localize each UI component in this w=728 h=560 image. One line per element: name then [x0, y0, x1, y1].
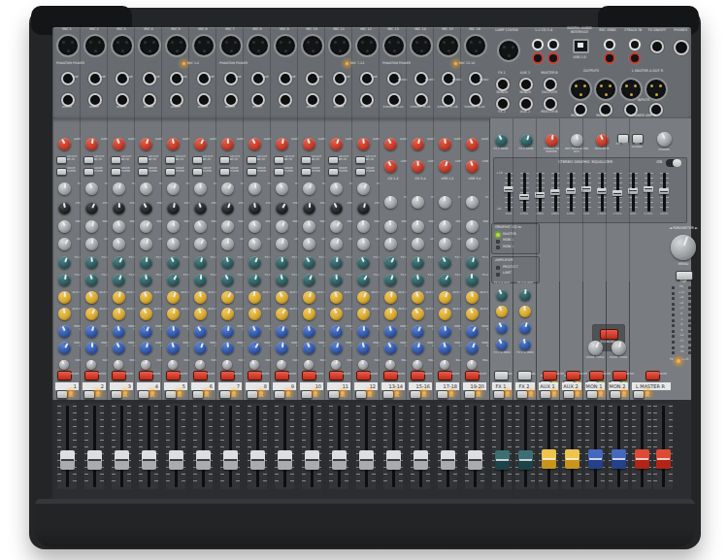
pan-knob[interactable]	[222, 360, 232, 370]
mute-button[interactable]	[438, 371, 452, 380]
fader-handle[interactable]	[60, 450, 75, 470]
pan-knob[interactable]	[304, 360, 314, 370]
lo-knob[interactable]	[58, 238, 71, 250]
master-fader-handle[interactable]	[542, 449, 556, 469]
mid-knob[interactable]	[439, 220, 451, 233]
mon-2-knob[interactable]	[113, 342, 125, 354]
master-fader-handle[interactable]	[656, 449, 671, 469]
lo-knob[interactable]	[167, 238, 180, 250]
hi-knob[interactable]	[412, 196, 424, 209]
aux-1-knob[interactable]	[439, 291, 451, 304]
channel-button-lo-cut-80-hz[interactable]	[355, 156, 366, 164]
bal-knob[interactable]	[385, 360, 395, 370]
lo-knob[interactable]	[140, 238, 152, 250]
mon-2-knob[interactable]	[384, 342, 397, 354]
mon-1-knob[interactable]	[221, 325, 234, 338]
lo-knob[interactable]	[330, 238, 343, 250]
fx-2-knob[interactable]	[85, 274, 98, 286]
fader-handle[interactable]	[196, 450, 211, 470]
aux-2-knob[interactable]	[248, 308, 261, 320]
aux-1-knob[interactable]	[167, 291, 180, 304]
fader-handle[interactable]	[386, 450, 401, 470]
khz-knob[interactable]	[113, 202, 125, 214]
aux-1-knob[interactable]	[412, 291, 424, 304]
fx-1-knob[interactable]	[221, 256, 234, 269]
mid-knob[interactable]	[466, 220, 479, 233]
fx-2-knob[interactable]	[466, 274, 479, 286]
gain-mic-knob[interactable]	[439, 138, 451, 150]
channel-button-lo-cut-80-hz[interactable]	[111, 156, 121, 164]
gain-knob[interactable]	[248, 138, 261, 150]
gain-knob[interactable]	[330, 138, 343, 150]
fx-1-knob[interactable]	[466, 256, 479, 269]
mon-1-knob[interactable]	[85, 325, 98, 338]
mon-2-knob[interactable]	[439, 342, 451, 354]
mon-2-knob[interactable]	[330, 342, 343, 354]
fader-handle[interactable]	[359, 450, 374, 470]
khz-knob[interactable]	[330, 202, 343, 214]
khz-knob[interactable]	[357, 202, 370, 214]
aux-1-knob[interactable]	[221, 291, 234, 304]
mon-1-knob[interactable]	[384, 325, 397, 338]
fx-1-knob[interactable]	[248, 256, 261, 269]
mid-knob[interactable]	[412, 220, 424, 233]
mon-1-knob[interactable]	[58, 325, 71, 338]
aux-2-knob[interactable]	[357, 308, 370, 320]
fx-1-knob[interactable]	[330, 256, 343, 269]
aux-2-knob[interactable]	[221, 308, 234, 320]
fx-1-knob[interactable]	[140, 256, 152, 269]
mon-1-knob[interactable]	[276, 325, 288, 338]
fader-handle[interactable]	[278, 450, 292, 470]
mid-knob[interactable]	[194, 220, 207, 233]
channel-button-voice-filter[interactable]	[192, 168, 203, 176]
fx-1-knob[interactable]	[303, 256, 315, 269]
channel-button-voice-filter[interactable]	[165, 168, 176, 176]
channel-button-lo-cut-80-hz[interactable]	[219, 156, 230, 164]
channel-button-lo-cut-80-hz[interactable]	[83, 156, 94, 164]
bal-knob[interactable]	[413, 360, 422, 370]
channel-button-voice-filter[interactable]	[355, 168, 366, 176]
mon-2-knob[interactable]	[194, 342, 207, 354]
pan-knob[interactable]	[59, 360, 69, 370]
channel-button-voice-filter[interactable]	[111, 168, 121, 176]
channel-button-lo-cut-80-hz[interactable]	[247, 156, 257, 164]
hi-knob[interactable]	[330, 182, 343, 195]
fader-handle[interactable]	[305, 450, 319, 470]
mon-1-knob[interactable]	[412, 325, 424, 338]
aux-1-knob[interactable]	[58, 291, 71, 304]
khz-knob[interactable]	[248, 202, 261, 214]
fader-handle[interactable]	[441, 450, 455, 470]
fader-handle[interactable]	[142, 450, 156, 470]
fx-1-knob[interactable]	[85, 256, 98, 269]
mon-1-knob[interactable]	[357, 325, 370, 338]
lo-knob[interactable]	[384, 238, 397, 250]
pan-knob[interactable]	[86, 360, 96, 370]
fx-2-knob[interactable]	[439, 274, 451, 286]
aux-1-knob[interactable]	[276, 291, 288, 304]
master-fader-handle[interactable]	[612, 449, 626, 469]
mute-button[interactable]	[166, 371, 181, 380]
mute-button[interactable]	[356, 371, 371, 380]
mute-button[interactable]	[566, 371, 580, 380]
master-fader-handle[interactable]	[635, 449, 649, 469]
hi-knob[interactable]	[248, 182, 261, 195]
aux-1-knob[interactable]	[357, 291, 370, 304]
mon-1-knob[interactable]	[113, 325, 125, 338]
gain-line-knob[interactable]	[466, 160, 479, 173]
pfl-button[interactable]	[586, 390, 598, 399]
fx-2-knob[interactable]	[303, 274, 315, 286]
mute-button[interactable]	[275, 371, 289, 380]
khz-knob[interactable]	[85, 202, 98, 214]
pan-knob[interactable]	[358, 360, 368, 370]
pfl-button[interactable]	[410, 390, 421, 399]
lo-knob[interactable]	[194, 238, 207, 250]
khz-knob[interactable]	[58, 202, 71, 214]
mute-button[interactable]	[248, 371, 262, 380]
hi-knob[interactable]	[357, 182, 370, 195]
pfl-button[interactable]	[382, 390, 394, 399]
gain-knob[interactable]	[194, 138, 207, 150]
gain-knob[interactable]	[221, 138, 234, 150]
aux-1-knob[interactable]	[85, 291, 98, 304]
channel-button-voice-filter[interactable]	[247, 168, 257, 176]
mute-button[interactable]	[84, 371, 99, 380]
